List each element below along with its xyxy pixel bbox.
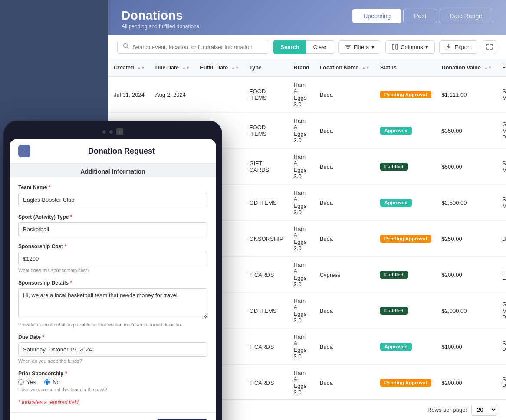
sort-due-date-icon: ▲▼ xyxy=(182,66,190,70)
due-date-input[interactable] xyxy=(18,342,207,357)
cell-status: Pending Approval xyxy=(375,221,437,257)
cell-brand: Ham & Eggs 3.0 xyxy=(289,257,315,293)
cell-donation-value: $350.00 xyxy=(437,113,497,149)
col-created[interactable]: Created ▲▼ xyxy=(108,59,150,76)
col-location[interactable]: Location Name ▲▼ xyxy=(315,59,375,76)
tablet-dot-2 xyxy=(109,130,113,134)
cell-status: Fulfilled xyxy=(375,293,437,329)
cell-status: Approved xyxy=(375,185,437,221)
col-fulfill-date[interactable]: Fulfill Date ▲▼ xyxy=(195,59,244,76)
cell-type: T CARDS xyxy=(244,257,289,293)
cell-brand: Ham & Eggs 3.0 xyxy=(289,221,315,257)
header-left: Donations All pending and fulfilled dona… xyxy=(122,9,200,30)
svg-rect-5 xyxy=(392,44,394,49)
back-button[interactable]: ← xyxy=(18,145,30,157)
cell-status: Approved xyxy=(375,329,437,365)
fullscreen-icon xyxy=(486,44,493,50)
sponsorship-details-group: Sponsorship Details * Hi, we are a local… xyxy=(18,280,207,327)
sponsorship-cost-label: Sponsorship Cost * xyxy=(18,243,207,249)
columns-button[interactable]: Columns ▾ xyxy=(385,40,435,54)
status-badge: Pending Approval xyxy=(380,91,431,98)
cell-brand: Ham & Eggs 3.0 xyxy=(289,113,315,149)
export-button[interactable]: Export xyxy=(439,40,477,54)
search-wrapper xyxy=(117,40,269,54)
table-row[interactable]: Jul 31, 2024 Aug 2, 2024 FOOD ITEMS Ham … xyxy=(108,76,506,113)
cell-fundraiser: Buda Flyers xyxy=(497,221,506,257)
col-type[interactable]: Type xyxy=(244,59,289,76)
cell-location: Buda xyxy=(315,329,375,365)
team-name-group: Team Name * xyxy=(18,184,207,207)
modal-overlay: + ← Donation Request Additional Informat… xyxy=(4,121,221,420)
sort-created-icon: ▲▼ xyxy=(137,66,145,70)
cell-location: Buda xyxy=(315,293,375,329)
cell-location: Buda xyxy=(315,149,375,185)
prior-sponsorship-no[interactable]: No xyxy=(44,379,60,385)
cell-status: Approved xyxy=(375,113,437,149)
search-button[interactable]: Search xyxy=(273,40,306,54)
cell-brand: Ham & Eggs 3.0 xyxy=(289,329,315,365)
sponsorship-cost-hint: What does this sponsorship cost? xyxy=(18,268,207,273)
prior-sponsorship-hint: Have we sponsored this team in the past? xyxy=(18,387,207,392)
cell-location: Buda xyxy=(315,185,375,221)
cell-brand: Ham & Eggs 3.0 xyxy=(289,76,315,113)
sponsorship-details-label: Sponsorship Details * xyxy=(18,280,207,286)
status-badge: Fulfilled xyxy=(380,163,408,171)
search-btn-group: Search Clear xyxy=(273,40,334,54)
cell-brand: Ham & Eggs 3.0 xyxy=(289,149,315,185)
prior-sponsorship-yes[interactable]: Yes xyxy=(18,379,36,385)
filters-button[interactable]: Filters ▾ xyxy=(338,40,381,54)
prior-sponsorship-yes-label: Yes xyxy=(26,379,36,385)
tablet-plus: + xyxy=(116,128,123,135)
cell-fundraiser: George Town Middle School PTO xyxy=(497,113,506,149)
status-badge: Fulfilled xyxy=(380,271,408,279)
search-input[interactable] xyxy=(132,44,263,50)
cell-fundraiser: Serene Hills Moms xyxy=(497,76,506,113)
columns-chevron-icon: ▾ xyxy=(425,44,428,50)
sport-type-label: Sport (Activity) Type * xyxy=(18,214,207,220)
fullscreen-button[interactable] xyxy=(482,40,497,53)
sport-type-input[interactable] xyxy=(18,222,207,236)
tab-upcoming[interactable]: Upcoming xyxy=(352,9,401,23)
modal-subtitle: Additional Information xyxy=(10,164,216,177)
page-header: Donations All pending and fulfilled dona… xyxy=(108,0,506,35)
search-icon xyxy=(123,43,129,51)
cell-type: OD ITEMS xyxy=(244,293,289,329)
prior-sponsorship-no-radio[interactable] xyxy=(44,379,50,385)
toolbar: Search Clear Filters ▾ Columns ▾ xyxy=(108,35,506,59)
due-date-hint: When do you need the funds? xyxy=(18,358,207,364)
sort-fulfill-icon: ▲▼ xyxy=(231,66,239,70)
tab-past[interactable]: Past xyxy=(403,9,437,23)
status-badge: Approved xyxy=(380,199,412,207)
prior-sponsorship-no-label: No xyxy=(53,379,60,385)
columns-label: Columns xyxy=(401,44,423,50)
clear-button[interactable]: Clear xyxy=(306,40,334,54)
status-badge: Approved xyxy=(380,127,412,135)
col-donation-value[interactable]: Donation Value ▲▼ xyxy=(437,59,497,76)
page-subtitle: All pending and fulfilled donations. xyxy=(122,23,200,30)
cell-type: OD ITEMS xyxy=(244,185,289,221)
prior-sponsorship-yes-radio[interactable] xyxy=(18,379,24,385)
tablet-frame: + ← Donation Request Additional Informat… xyxy=(4,121,221,420)
cell-due-date: Aug 2, 2024 xyxy=(150,76,195,113)
cell-donation-value: $200.00 xyxy=(437,257,497,293)
filter-icon xyxy=(345,44,351,50)
tab-date-range[interactable]: Date Range xyxy=(439,9,493,23)
col-due-date[interactable]: Due Date ▲▼ xyxy=(150,59,195,76)
col-fundraiser[interactable]: Fundraiser ▲▼ xyxy=(497,59,506,76)
cell-brand: Ham & Eggs 3.0 xyxy=(289,185,315,221)
cell-location: Buda xyxy=(315,76,375,113)
sponsorship-details-input[interactable]: Hi, we are a local basketball team that … xyxy=(18,288,207,318)
col-brand[interactable]: Brand xyxy=(289,59,315,76)
cell-status: Pending Approval xyxy=(375,365,437,400)
cell-status: Fulfilled xyxy=(375,257,437,293)
team-name-input[interactable] xyxy=(18,193,207,207)
cell-donation-value: $1,111.00 xyxy=(437,76,497,113)
col-status[interactable]: Status xyxy=(375,59,437,76)
modal-footer: Continue xyxy=(10,412,216,420)
due-date-group: Due Date * When do you need the funds? xyxy=(18,334,207,364)
rows-per-page-select[interactable]: 20 50 100 xyxy=(471,404,497,416)
prior-sponsorship-radio-group: Yes No xyxy=(18,379,207,385)
export-icon xyxy=(446,44,452,50)
sponsorship-cost-input[interactable] xyxy=(18,252,207,266)
cell-brand: Ham & Eggs 3.0 xyxy=(289,293,315,329)
